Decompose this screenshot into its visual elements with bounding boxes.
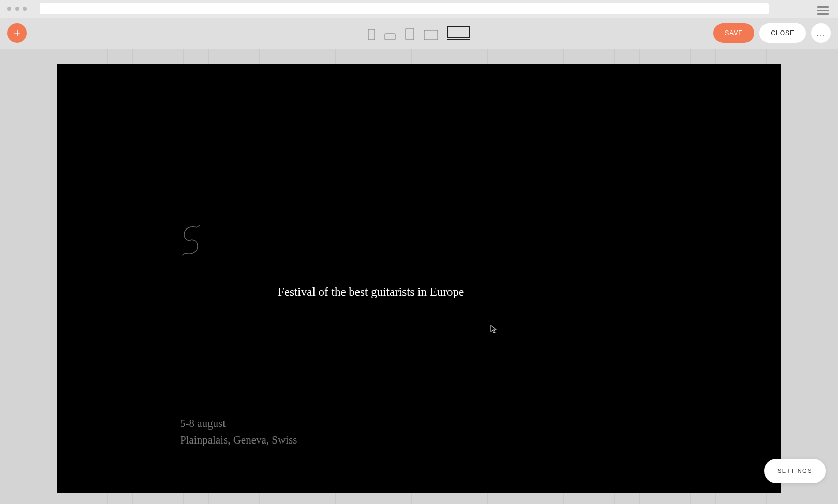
device-desktop-icon[interactable] [447, 26, 470, 40]
svg-rect-4 [448, 26, 470, 38]
window-maximize-dot[interactable] [23, 7, 27, 11]
window-close-dot[interactable] [7, 7, 11, 11]
device-phone-portrait-icon[interactable] [368, 29, 375, 40]
window-minimize-dot[interactable] [15, 7, 19, 11]
save-button-label: SAVE [725, 29, 743, 37]
logo-icon [180, 224, 202, 258]
svg-rect-2 [406, 28, 414, 40]
settings-button-label: SETTINGS [777, 468, 812, 474]
svg-rect-0 [368, 29, 375, 40]
device-selector [368, 26, 470, 40]
event-location: Plainpalais, Geneva, Swiss [180, 432, 297, 449]
cursor-icon [490, 325, 498, 336]
svg-rect-3 [424, 30, 438, 40]
browser-chrome [0, 0, 838, 18]
add-button[interactable]: + [7, 23, 27, 43]
plus-icon: + [14, 26, 21, 40]
event-date: 5-8 august [180, 416, 297, 432]
editor-toolbar: + SAVE CLOSE ... [0, 18, 838, 49]
url-bar[interactable] [40, 3, 769, 14]
more-button[interactable]: ... [811, 23, 831, 43]
close-button[interactable]: CLOSE [759, 23, 806, 43]
window-controls [7, 7, 27, 11]
device-tablet-landscape-icon[interactable] [424, 30, 438, 40]
canvas-wrapper: Festival of the best guitarists in Europ… [0, 49, 838, 504]
page-title[interactable]: Festival of the best guitarists in Europ… [278, 285, 464, 299]
svg-rect-1 [385, 34, 395, 40]
device-phone-landscape-icon[interactable] [384, 33, 396, 40]
save-button[interactable]: SAVE [713, 23, 754, 43]
toolbar-actions: SAVE CLOSE ... [713, 23, 831, 43]
more-icon: ... [816, 29, 826, 37]
close-button-label: CLOSE [771, 29, 795, 37]
event-info[interactable]: 5-8 august Plainpalais, Geneva, Swiss [180, 416, 297, 448]
settings-button[interactable]: SETTINGS [764, 459, 826, 483]
page-canvas[interactable]: Festival of the best guitarists in Europ… [57, 64, 781, 493]
hamburger-menu-icon[interactable] [817, 6, 829, 15]
device-tablet-portrait-icon[interactable] [405, 28, 414, 40]
